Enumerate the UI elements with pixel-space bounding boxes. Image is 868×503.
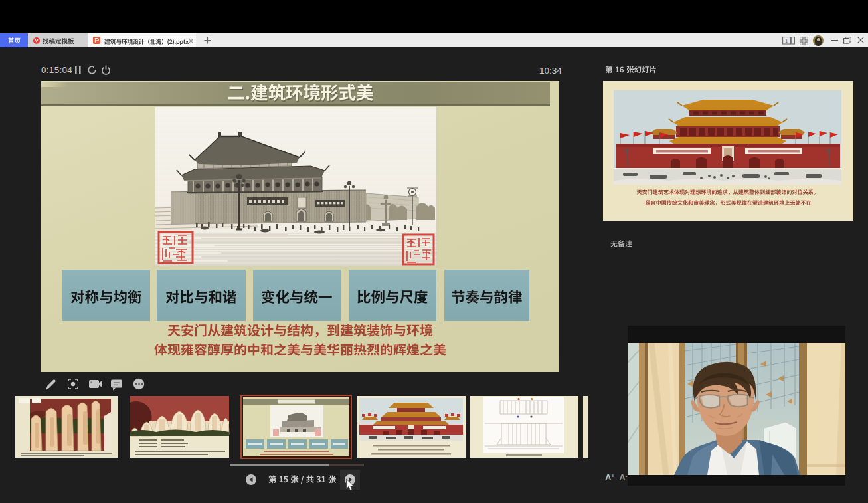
svg-text:1: 1 <box>785 38 788 44</box>
